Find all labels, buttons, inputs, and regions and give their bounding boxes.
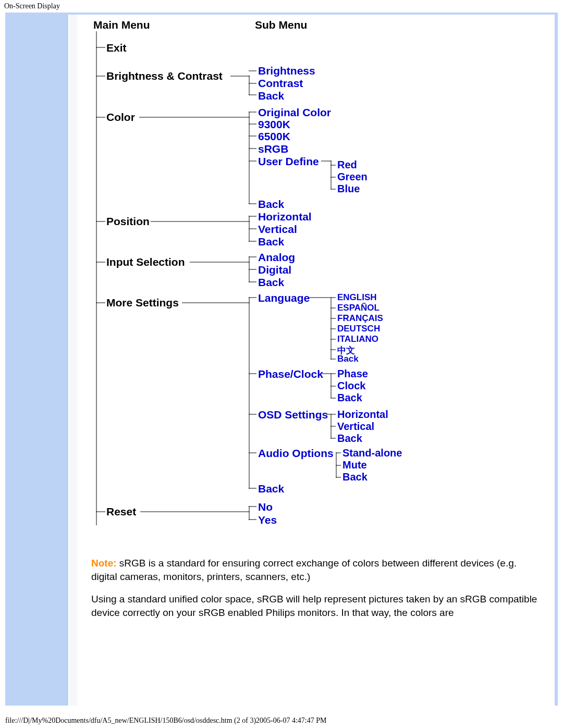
lang-english: ENGLISH	[337, 292, 377, 303]
sub-red: Red	[337, 159, 357, 171]
note-label: Note:	[91, 558, 117, 569]
menu-brightness-contrast: Brightness & Contrast	[106, 70, 223, 82]
sub-9300k: 9300K	[258, 118, 290, 131]
lang-deutsch: DEUTSCH	[337, 324, 380, 334]
sub-language: Language	[258, 292, 310, 304]
sub-digital: Digital	[258, 264, 291, 276]
reset-no: No	[258, 501, 273, 513]
osd-vertical: Vertical	[337, 421, 374, 433]
sub-contrast: Contrast	[258, 77, 303, 90]
sub-original-color: Original Color	[258, 106, 331, 119]
osd-back: Back	[337, 433, 362, 445]
sub-green: Green	[337, 171, 368, 183]
inner-frame: Main Menu Sub Menu Exit Brightness & Con…	[68, 15, 555, 706]
content-area: Main Menu Sub Menu Exit Brightness & Con…	[78, 15, 555, 706]
lang-italiano: ITALIANO	[337, 334, 378, 344]
osd-horizontal: Horizontal	[337, 409, 388, 421]
sub-audio-options: Audio Options	[258, 447, 334, 460]
sub-user-define: User Define	[258, 155, 319, 168]
sub-phase: Phase	[337, 368, 368, 380]
sub-osd-settings: OSD Settings	[258, 409, 328, 421]
header-sub: Sub Menu	[255, 19, 307, 31]
sub-brightness: Brightness	[258, 65, 315, 77]
header-main: Main Menu	[93, 19, 150, 31]
reset-yes: Yes	[258, 514, 277, 526]
audio-mute: Mute	[342, 459, 367, 471]
footer-path: file:///D|/My%20Documents/dfu/A5_new/ENG…	[5, 717, 326, 725]
sub-phase-clock: Phase/Clock	[258, 368, 323, 380]
sub-analog: Analog	[258, 251, 295, 264]
menu-position: Position	[106, 215, 150, 228]
sub-color-back: Back	[258, 198, 284, 211]
audio-back: Back	[342, 471, 368, 483]
sub-vertical: Vertical	[258, 223, 297, 236]
menu-input: Input Selection	[106, 256, 185, 268]
menu-color: Color	[106, 111, 135, 124]
page-frame: Main Menu Sub Menu Exit Brightness & Con…	[5, 13, 558, 706]
sub-bc-back: Back	[258, 90, 284, 102]
sub-input-back: Back	[258, 276, 284, 289]
sub-srgb: sRGB	[258, 143, 288, 155]
page-title: On-Screen Display	[0, 0, 563, 13]
note-paragraph-2: Using a standard unified color space, sR…	[78, 593, 555, 619]
note-text-1: sRGB is a standard for ensuring correct …	[91, 558, 517, 582]
menu-more-settings: More Settings	[106, 297, 179, 309]
sub-horizontal: Horizontal	[258, 211, 312, 223]
osd-tree: Main Menu Sub Menu Exit Brightness & Con…	[78, 15, 555, 557]
audio-standalone: Stand-alone	[342, 447, 402, 459]
sub-pc-back: Back	[337, 392, 362, 404]
sub-more-back: Back	[258, 483, 284, 495]
lang-espanol: ESPAÑOL	[337, 303, 380, 313]
note-paragraph-1: Note: sRGB is a standard for ensuring co…	[78, 557, 555, 583]
lang-back: Back	[337, 354, 359, 364]
lang-francais: FRANÇAIS	[337, 313, 383, 324]
sub-clock: Clock	[337, 380, 365, 392]
menu-reset: Reset	[106, 505, 136, 518]
sub-6500k: 6500K	[258, 130, 290, 143]
sub-blue: Blue	[337, 183, 360, 195]
menu-exit: Exit	[106, 42, 127, 54]
sub-position-back: Back	[258, 236, 284, 248]
